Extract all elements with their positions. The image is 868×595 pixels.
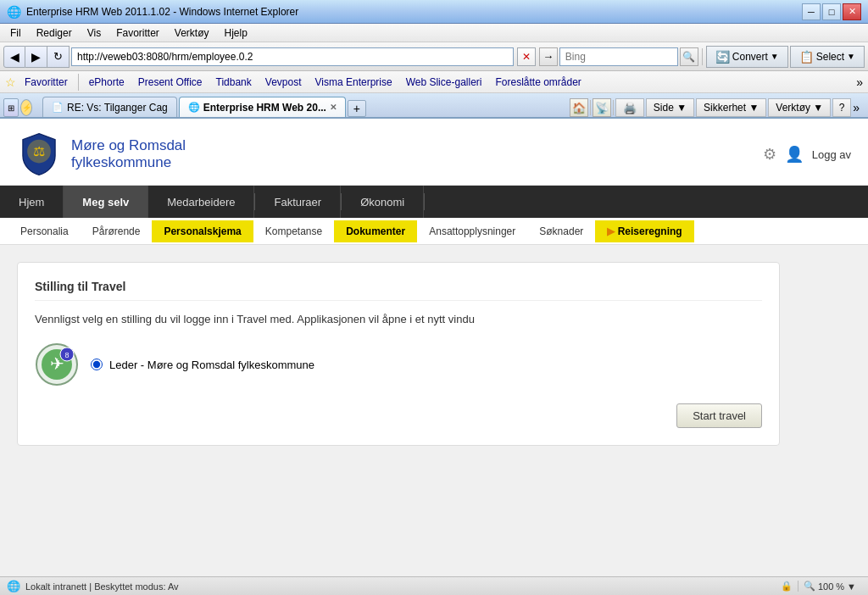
back-button[interactable]: ◀ <box>3 46 25 68</box>
fav-ephorte[interactable]: ePhorte <box>84 75 130 90</box>
tab-close-icon[interactable]: ✕ <box>330 103 337 112</box>
window-controls: ─ □ ✕ <box>802 3 861 20</box>
card-title: Stilling til Travel <box>35 280 762 301</box>
fav-vevpost[interactable]: Vevpost <box>260 75 307 90</box>
address-input[interactable] <box>71 47 514 66</box>
sub-parorende[interactable]: Pårørende <box>81 220 153 242</box>
statusbar: 🌐 Lokalt intranett | Beskyttet modus: Av… <box>0 576 868 595</box>
tab-hrm-icon: 🌐 <box>188 102 200 113</box>
quick-tab-button[interactable]: ⚡ <box>20 99 32 116</box>
svg-text:⚖: ⚖ <box>33 144 45 158</box>
fav-present-office[interactable]: Present Office <box>133 75 208 90</box>
page-button[interactable]: Side ▼ <box>646 98 694 117</box>
nav-okonomi[interactable]: Økonomi <box>342 186 424 218</box>
header-actions: ⚙ 👤 Logg av <box>763 145 851 164</box>
leder-label: Leder - Møre og Romsdal fylkeskommune <box>109 359 314 371</box>
logout-link[interactable]: Logg av <box>812 148 851 161</box>
select-button[interactable]: 📋 Select ▼ <box>790 46 865 68</box>
lock-icon: 🔒 <box>781 581 793 592</box>
menubar: Fil Rediger Vis Favoritter Verktøy Hjelp <box>0 24 868 42</box>
ie-title-icon: 🌐 <box>7 5 21 19</box>
card-description: Vennligst velg en stilling du vil logge … <box>35 313 762 325</box>
sub-navbar: Personalia Pårørende Personalskjema Komp… <box>0 218 868 245</box>
fav-webslice[interactable]: Web Slice-galleri <box>401 75 487 90</box>
user-icon[interactable]: 👤 <box>785 145 804 164</box>
sub-personalskjema[interactable]: Personalskjema <box>152 220 253 242</box>
zoom-area: 🔍 100 % ▼ <box>798 581 861 592</box>
app-container: ⚖ Møre og Romsdal fylkeskommune ⚙ 👤 Logg… <box>0 119 868 499</box>
travel-card: Stilling til Travel Vennligst velg en st… <box>17 262 780 446</box>
titlebar: 🌐 Enterprise HRM Web 2011.1.02 - Windows… <box>0 0 868 24</box>
sub-soknader[interactable]: Søknader <box>527 220 595 242</box>
sub-dokumenter[interactable]: Dokumenter <box>334 220 417 242</box>
main-navbar: Hjem Meg selv Medarbeidere Fakturaer Øko… <box>0 186 868 218</box>
statusbar-right: 🔒 🔍 100 % ▼ <box>781 581 861 592</box>
nav-hjem[interactable]: Hjem <box>0 186 64 218</box>
tab-grid-button[interactable]: ⊞ <box>3 98 19 117</box>
close-button[interactable]: ✕ <box>843 3 861 20</box>
favbar-more[interactable]: » <box>856 75 863 89</box>
select-icon: 📋 <box>799 50 814 64</box>
stop-button[interactable]: ✕ <box>517 47 536 66</box>
toolbar-separator <box>702 48 703 65</box>
nav-medarbeidere[interactable]: Medarbeidere <box>148 186 254 218</box>
menu-rediger[interactable]: Rediger <box>30 25 79 41</box>
nav-fakturaer[interactable]: Fakturaer <box>255 186 341 218</box>
convert-icon: 🔄 <box>715 50 730 64</box>
convert-button[interactable]: 🔄 Convert ▼ <box>706 46 788 68</box>
print-button[interactable]: 🖨️ <box>615 98 644 117</box>
refresh-button[interactable]: ↻ <box>47 46 70 68</box>
leder-radio[interactable] <box>91 359 103 370</box>
new-tab-button[interactable]: + <box>348 100 366 117</box>
app-header: ⚖ Møre og Romsdal fylkeskommune ⚙ 👤 Logg… <box>0 119 868 186</box>
menu-favoritter[interactable]: Favoritter <box>109 25 166 41</box>
sub-reiseregning[interactable]: ▶ Reiseregning <box>595 220 693 242</box>
shield-icon: ⚖ <box>17 132 61 176</box>
title-text: Enterprise HRM Web 2011.1.02 - Windows I… <box>26 6 802 18</box>
tab-enterprise-hrm[interactable]: 🌐 Enterprise HRM Web 20... ✕ <box>179 97 346 117</box>
tools-button[interactable]: Verktøy ▼ <box>768 98 831 117</box>
sub-kompetanse[interactable]: Kompetanse <box>253 220 334 242</box>
select-dropdown-icon: ▼ <box>847 52 855 61</box>
status-network-icon: 🌐 <box>7 580 20 592</box>
nav-buttons: ◀ ▶ ↻ <box>3 46 70 68</box>
zoom-dropdown-icon[interactable]: ▼ <box>847 581 856 592</box>
zoom-level: 100 % <box>818 581 844 592</box>
favorites-star-icon: ☆ <box>5 75 16 89</box>
forward-button[interactable]: ▶ <box>25 46 47 68</box>
tab-nav-controls: ⊞ ⚡ <box>3 98 37 117</box>
menu-verktoy[interactable]: Verktøy <box>168 25 216 41</box>
minimize-button[interactable]: ─ <box>802 3 821 20</box>
rss-button[interactable]: 📡 <box>593 98 611 117</box>
zoom-icon: 🔍 <box>804 581 815 592</box>
search-button[interactable]: 🔍 <box>680 47 698 66</box>
reiseregning-arrow: ▶ <box>607 225 617 237</box>
tab-re-vs[interactable]: 📄 RE: Vs: Tilganger Cag <box>42 97 177 117</box>
settings-icon[interactable]: ⚙ <box>763 145 776 164</box>
sub-personalia[interactable]: Personalia <box>8 220 81 242</box>
sub-ansattopplysninger[interactable]: Ansattopplysninger <box>417 220 527 242</box>
security-button[interactable]: Sikkerhet ▼ <box>696 98 766 117</box>
page-body: Stilling til Travel Vennligst velg en st… <box>0 245 868 499</box>
go-button[interactable]: → <box>539 47 558 66</box>
start-travel-button[interactable]: Start travel <box>676 403 762 428</box>
org-logo: ⚖ Møre og Romsdal fylkeskommune <box>17 132 186 176</box>
menu-fil[interactable]: Fil <box>3 25 28 41</box>
favorites-bar: ☆ Favoritter ePhorte Present Office Tidb… <box>0 71 868 93</box>
menu-hjelp[interactable]: Hjelp <box>218 25 254 41</box>
toolbar2-more[interactable]: » <box>853 101 860 114</box>
travel-logo-icon: ✈ 8 <box>35 342 79 386</box>
fav-favoritter[interactable]: Favoritter <box>19 75 73 90</box>
fav-tidbank[interactable]: Tidbank <box>211 75 257 90</box>
menu-vis[interactable]: Vis <box>81 25 108 41</box>
restore-button[interactable]: □ <box>822 3 841 20</box>
tab-re-vs-icon: 📄 <box>52 102 64 113</box>
org-name: Møre og Romsdal fylkeskommune <box>71 137 186 171</box>
home-button[interactable]: 🏠 <box>570 98 588 117</box>
search-input[interactable] <box>559 47 678 66</box>
nav-meg-selv[interactable]: Meg selv <box>64 186 148 218</box>
travel-option-row: ✈ 8 Leder - Møre og Romsdal fylkeskommun… <box>35 342 762 386</box>
help-button[interactable]: ? <box>832 98 851 117</box>
fav-visma[interactable]: Visma Enterprise <box>310 75 398 90</box>
fav-foreslatte[interactable]: Foreslåtte områder <box>490 75 586 90</box>
